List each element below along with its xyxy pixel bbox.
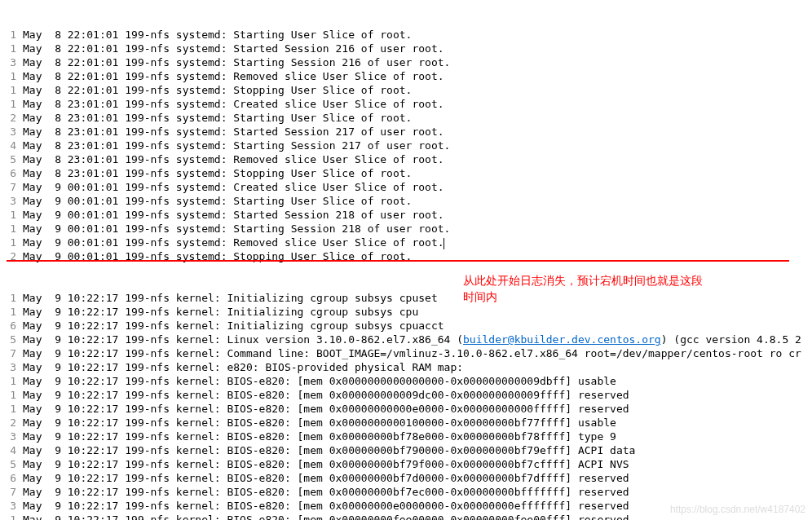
line-number: 6 [7, 166, 16, 180]
log-line: 7May 9 10:22:17 199-nfs kernel: BIOS-e82… [7, 485, 812, 499]
log-text: May 8 22:01:01 199-nfs systemd: Removed … [23, 69, 444, 83]
line-number: 1 [7, 236, 16, 249]
line-number: 1 [7, 402, 16, 416]
log-text: May 9 00:01:01 199-nfs systemd: Created … [23, 180, 444, 194]
line-number: 3 [7, 55, 16, 69]
log-line: 3May 8 22:01:01 199-nfs systemd: Startin… [7, 55, 812, 69]
log-text: May 9 10:22:17 199-nfs kernel: BIOS-e820… [23, 402, 629, 416]
log-text: May 8 23:01:01 199-nfs systemd: Stopping… [23, 166, 412, 180]
log-text: May 8 23:01:01 199-nfs systemd: Started … [23, 125, 444, 139]
line-number: 5 [7, 152, 16, 166]
log-text: May 9 00:01:01 199-nfs systemd: Started … [23, 208, 444, 222]
log-line: 1May 9 00:01:01 199-nfs systemd: Startin… [7, 222, 812, 236]
log-text: May 8 22:01:01 199-nfs systemd: Starting… [23, 55, 450, 69]
line-number: 3 [7, 125, 16, 139]
log-line: 7May 9 10:22:17 199-nfs kernel: Command … [7, 346, 812, 360]
log-text: May 9 10:22:17 199-nfs kernel: BIOS-e820… [23, 485, 629, 499]
log-line: 1May 9 10:22:17 199-nfs kernel: BIOS-e82… [7, 402, 812, 416]
line-number: 1 [7, 97, 16, 111]
line-number: 4 [7, 139, 16, 152]
log-line: 3May 8 23:01:01 199-nfs systemd: Started… [7, 125, 812, 139]
line-number: 3 [7, 430, 16, 443]
line-number: 1 [7, 305, 16, 319]
log-text: May 8 23:01:01 199-nfs systemd: Starting… [23, 139, 450, 152]
text-cursor [444, 238, 444, 249]
line-number: 1 [7, 222, 16, 236]
log-text: May 9 00:01:01 199-nfs systemd: Starting… [23, 194, 412, 208]
log-text: May 9 10:22:17 199-nfs kernel: BIOS-e820… [23, 430, 616, 443]
log-line: 1May 9 00:01:01 199-nfs systemd: Started… [7, 208, 812, 222]
log-line: 1May 8 22:01:01 199-nfs systemd: Stoppin… [7, 83, 812, 97]
log-text: May 9 10:22:17 199-nfs kernel: Command l… [23, 346, 801, 360]
line-number: 3 [7, 499, 16, 513]
log-text: May 8 22:01:01 199-nfs systemd: Starting… [23, 28, 412, 42]
line-number: 1 [7, 291, 16, 305]
line-number: 6 [7, 471, 16, 485]
log-line: 3May 9 10:22:17 199-nfs kernel: e820: BI… [7, 360, 812, 374]
log-text: May 9 10:22:17 199-nfs kernel: BIOS-e820… [23, 499, 629, 513]
line-number: 3 [7, 360, 16, 374]
log-text: May 9 10:22:17 199-nfs kernel: BIOS-e820… [23, 416, 616, 430]
line-number: 1 [7, 42, 16, 55]
line-number: 5 [7, 333, 16, 346]
log-line: 7May 9 00:01:01 199-nfs systemd: Created… [7, 180, 812, 194]
log-line: 6May 9 10:22:17 199-nfs kernel: BIOS-e82… [7, 471, 812, 485]
log-line: 1May 8 22:01:01 199-nfs systemd: Removed… [7, 69, 812, 83]
log-line: 1May 9 10:22:17 199-nfs kernel: BIOS-e82… [7, 374, 812, 388]
log-line: 1May 9 10:22:17 199-nfs kernel: Initiali… [7, 305, 812, 319]
log-line: 4May 8 23:01:01 199-nfs systemd: Startin… [7, 139, 812, 152]
log-text: May 8 23:01:01 199-nfs systemd: Removed … [23, 152, 444, 166]
annotation-text: 从此处开始日志消失，预计宕机时间也就是这段 时间内 [463, 272, 703, 305]
log-line: 6May 9 10:22:17 199-nfs kernel: Initiali… [7, 319, 812, 333]
log-line: 5May 9 10:22:17 199-nfs kernel: BIOS-e82… [7, 457, 812, 471]
line-number: 7 [7, 485, 16, 499]
log-text: May 9 10:22:17 199-nfs kernel: e820: BIO… [23, 360, 463, 374]
log-text: May 9 10:22:17 199-nfs kernel: Initializ… [23, 291, 438, 305]
log-text: May 9 10:22:17 199-nfs kernel: Linux ver… [23, 333, 801, 346]
log-text: May 9 10:22:17 199-nfs kernel: Initializ… [23, 319, 444, 333]
log-text: May 8 22:01:01 199-nfs systemd: Started … [23, 42, 444, 55]
line-number: 1 [7, 83, 16, 97]
log-text: May 9 10:22:17 199-nfs kernel: BIOS-e820… [23, 388, 629, 402]
line-number: 4 [7, 443, 16, 457]
log-text: May 9 10:22:17 199-nfs kernel: Initializ… [23, 305, 418, 319]
line-number: 6 [7, 319, 16, 333]
line-number: 5 [7, 457, 16, 471]
log-line: 2May 8 23:01:01 199-nfs systemd: Startin… [7, 111, 812, 125]
log-text: May 8 23:01:01 199-nfs systemd: Starting… [23, 111, 412, 125]
log-text: May 9 00:01:01 199-nfs systemd: Removed … [23, 236, 444, 249]
log-line: 4May 9 10:22:17 199-nfs kernel: BIOS-e82… [7, 443, 812, 457]
annotation-line-1: 从此处开始日志消失，预计宕机时间也就是这段 [463, 272, 703, 289]
annotation-line-2: 时间内 [463, 289, 703, 305]
line-number: 1 [7, 513, 16, 520]
log-text: May 8 22:01:01 199-nfs systemd: Stopping… [23, 83, 412, 97]
log-text: May 9 10:22:17 199-nfs kernel: BIOS-e820… [23, 471, 629, 485]
line-number: 3 [7, 194, 16, 208]
line-number: 1 [7, 374, 16, 388]
log-line: 1May 8 23:01:01 199-nfs systemd: Created… [7, 97, 812, 111]
watermark: https://blog.csdn.net/w4187402 [670, 503, 805, 517]
line-number: 2 [7, 416, 16, 430]
log-text: May 9 10:22:17 199-nfs kernel: BIOS-e820… [23, 513, 629, 520]
line-number: 2 [7, 111, 16, 125]
log-text: May 9 10:22:17 199-nfs kernel: BIOS-e820… [23, 443, 635, 457]
log-text: May 9 00:01:01 199-nfs systemd: Starting… [23, 222, 450, 236]
log-text: May 9 10:22:17 199-nfs kernel: BIOS-e820… [23, 374, 616, 388]
log-line: 2May 9 10:22:17 199-nfs kernel: BIOS-e82… [7, 416, 812, 430]
line-number: 1 [7, 208, 16, 222]
log-line: 1May 8 22:01:01 199-nfs systemd: Startin… [7, 28, 812, 42]
line-number: 7 [7, 180, 16, 194]
email-link[interactable]: builder@kbuilder.dev.centos.org [463, 333, 661, 346]
log-line: 1May 9 00:01:01 199-nfs systemd: Removed… [7, 236, 812, 249]
log-line: 5May 8 23:01:01 199-nfs systemd: Removed… [7, 152, 812, 166]
log-line: 3May 9 10:22:17 199-nfs kernel: BIOS-e82… [7, 430, 812, 443]
line-number: 1 [7, 28, 16, 42]
log-line: 1May 9 10:22:17 199-nfs kernel: BIOS-e82… [7, 388, 812, 402]
line-number: 1 [7, 69, 16, 83]
log-line: 6May 8 23:01:01 199-nfs systemd: Stoppin… [7, 166, 812, 180]
separator-line [7, 260, 789, 262]
log-text: May 8 23:01:01 199-nfs systemd: Created … [23, 97, 444, 111]
log-text: May 9 10:22:17 199-nfs kernel: BIOS-e820… [23, 457, 629, 471]
line-number: 1 [7, 388, 16, 402]
log-line: 3May 9 00:01:01 199-nfs systemd: Startin… [7, 194, 812, 208]
